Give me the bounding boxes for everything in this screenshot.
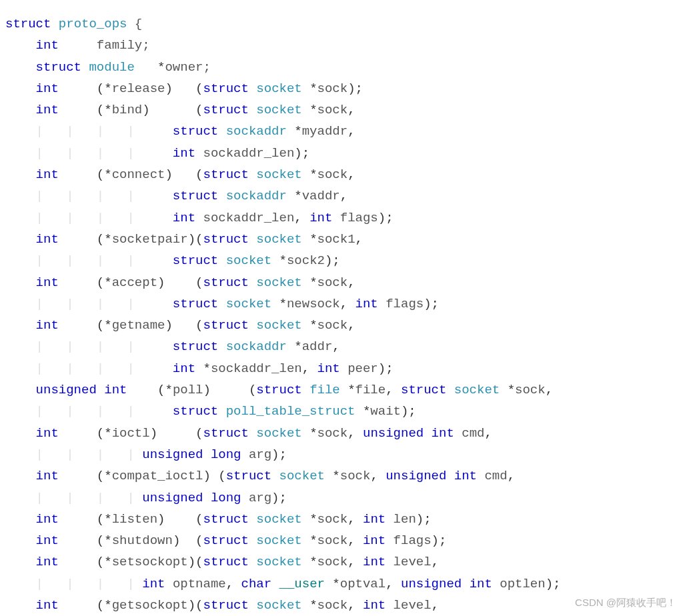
fn-getname: getname — [112, 318, 165, 333]
fn-bind: bind — [112, 103, 143, 117]
fn-shutdown: shutdown — [112, 533, 173, 548]
fn-setsockopt: setsockopt — [112, 555, 188, 569]
keyword-struct: struct — [36, 60, 81, 75]
field-owner: owner — [165, 60, 203, 75]
fn-ioctl: ioctl — [112, 426, 150, 441]
fn-poll: poll — [173, 383, 203, 397]
fn-release: release — [112, 81, 165, 96]
fn-accept: accept — [112, 275, 157, 290]
keyword-int: int — [36, 38, 59, 53]
field-family: family — [97, 38, 142, 53]
code-block: struct proto_ops { int family; struct mo… — [0, 0, 683, 616]
fn-socketpair: socketpair — [112, 232, 188, 247]
fn-connect: connect — [112, 167, 165, 182]
type-proto-ops: proto_ops — [59, 17, 127, 31]
fn-listen: listen — [112, 512, 157, 527]
fn-compat-ioctl: compat_ioctl — [112, 469, 203, 483]
type-module: module — [89, 60, 134, 75]
watermark: CSDN @阿猿收手吧！ — [575, 594, 676, 611]
keyword-struct: struct — [5, 17, 51, 31]
macro-user: __user — [279, 577, 325, 591]
fn-getsockopt: getsockopt — [112, 598, 188, 613]
